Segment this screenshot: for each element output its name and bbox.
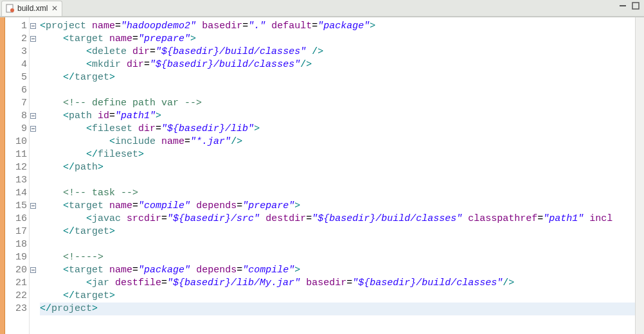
ant-file-icon — [6, 4, 15, 13]
line-number: 12 — [5, 161, 29, 174]
fold-toggle[interactable] — [30, 267, 36, 273]
line-number: 11 — [5, 148, 29, 161]
line-number: 14 — [5, 187, 29, 200]
code-line[interactable]: </project> — [40, 303, 635, 315]
line-number: 13 — [5, 174, 29, 187]
line-number: 15 — [5, 200, 29, 213]
vertical-scrollbar[interactable] — [635, 17, 644, 334]
folding-column — [30, 17, 39, 334]
tab-build-xml[interactable]: build.xml ✕ — [1, 1, 62, 16]
code-line[interactable]: </fileset> — [40, 148, 635, 161]
line-number: 10 — [5, 136, 29, 148]
code-line[interactable]: <delete dir="${basedir}/build/classes" /… — [40, 46, 635, 58]
line-number-gutter: 1234567891011121314151617181920212223 — [5, 17, 30, 334]
code-line[interactable]: <mkdir dir="${basedir}/build/classes"/> — [40, 58, 635, 71]
svg-rect-2 — [620, 5, 626, 6]
marker-bar — [0, 17, 5, 334]
code-line[interactable]: </target> — [40, 225, 635, 238]
maximize-button[interactable] — [630, 1, 641, 10]
fold-toggle[interactable] — [30, 113, 36, 119]
code-line[interactable]: <!----> — [40, 251, 635, 264]
code-line[interactable] — [40, 84, 635, 97]
svg-rect-3 — [632, 3, 639, 9]
code-line[interactable]: </target> — [40, 290, 635, 303]
code-line[interactable] — [40, 238, 635, 251]
line-number: 9 — [5, 123, 29, 136]
line-number: 16 — [5, 213, 29, 225]
code-line[interactable]: <target name="compile" depends="prepare"… — [40, 200, 635, 213]
fold-toggle[interactable] — [30, 126, 36, 132]
svg-point-1 — [10, 8, 14, 12]
line-number: 21 — [5, 277, 29, 290]
line-number: 4 — [5, 58, 29, 71]
code-line[interactable]: <javac srcdir="${basedir}/src" destdir="… — [40, 213, 635, 225]
code-line[interactable]: <target name="prepare"> — [40, 33, 635, 46]
line-number: 8 — [5, 110, 29, 123]
line-number: 17 — [5, 225, 29, 238]
line-number: 23 — [5, 303, 29, 315]
code-line[interactable]: <target name="package" depends="compile"… — [40, 264, 635, 277]
code-line[interactable]: <jar destfile="${basedir}/lib/My.jar" ba… — [40, 277, 635, 290]
close-icon[interactable]: ✕ — [51, 4, 58, 12]
line-number: 19 — [5, 251, 29, 264]
tab-bar: build.xml ✕ — [0, 0, 644, 17]
code-line[interactable]: <path id="path1"> — [40, 110, 635, 123]
editor-toolbar — [617, 1, 641, 10]
minimize-button[interactable] — [617, 1, 629, 10]
line-number: 5 — [5, 71, 29, 84]
line-number: 20 — [5, 264, 29, 277]
code-line[interactable]: <!-- define path var --> — [40, 97, 635, 110]
line-number: 3 — [5, 46, 29, 58]
code-line[interactable] — [40, 174, 635, 187]
line-number: 2 — [5, 33, 29, 46]
fold-toggle[interactable] — [30, 36, 36, 42]
editor[interactable]: 1234567891011121314151617181920212223 <p… — [0, 17, 644, 334]
code-line[interactable]: </path> — [40, 161, 635, 174]
line-number: 7 — [5, 97, 29, 110]
code-line[interactable]: <!-- task --> — [40, 187, 635, 200]
code-line[interactable]: <fileset dir="${basedir}/lib"> — [40, 123, 635, 136]
code-area[interactable]: <project name="hadoopdemo2" basedir="." … — [39, 17, 635, 334]
code-line[interactable]: <project name="hadoopdemo2" basedir="." … — [40, 20, 635, 33]
line-number: 22 — [5, 290, 29, 303]
tab-filename: build.xml — [17, 4, 48, 13]
fold-toggle[interactable] — [30, 23, 36, 29]
code-line[interactable]: <include name="*.jar"/> — [40, 136, 635, 148]
line-number: 6 — [5, 84, 29, 97]
line-number: 1 — [5, 20, 29, 33]
fold-toggle[interactable] — [30, 203, 36, 209]
code-line[interactable]: </target> — [40, 71, 635, 84]
line-number: 18 — [5, 238, 29, 251]
